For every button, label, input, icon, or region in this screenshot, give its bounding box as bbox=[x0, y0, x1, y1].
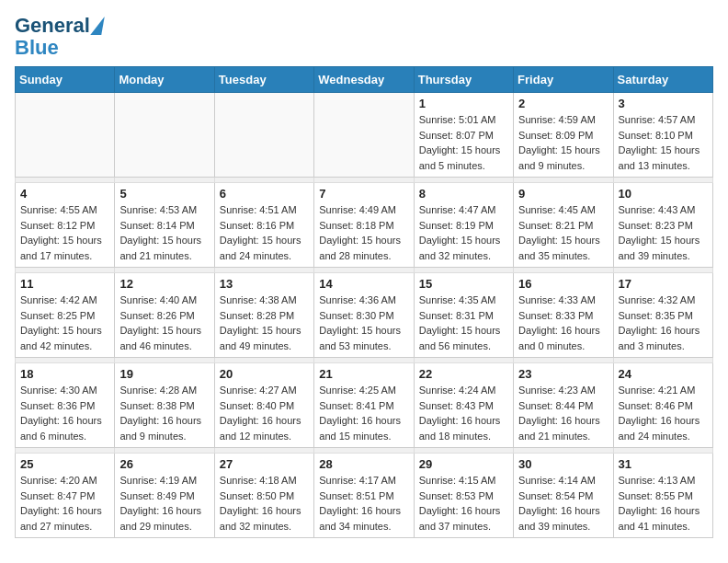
day-number: 19 bbox=[119, 367, 209, 381]
day-number: 29 bbox=[419, 457, 508, 471]
day-info: Sunrise: 4:47 AM Sunset: 8:19 PM Dayligh… bbox=[419, 202, 508, 263]
day-info: Sunrise: 4:23 AM Sunset: 8:44 PM Dayligh… bbox=[518, 383, 608, 443]
day-cell: 21Sunrise: 4:25 AM Sunset: 8:41 PM Dayli… bbox=[314, 363, 414, 448]
day-info: Sunrise: 4:59 AM Sunset: 8:09 PM Dayligh… bbox=[518, 112, 608, 173]
day-cell: 5Sunrise: 4:53 AM Sunset: 8:14 PM Daylig… bbox=[115, 183, 214, 268]
day-cell bbox=[214, 93, 313, 178]
day-info: Sunrise: 4:25 AM Sunset: 8:41 PM Dayligh… bbox=[319, 383, 408, 443]
day-number: 27 bbox=[220, 457, 309, 471]
week-row-3: 11Sunrise: 4:42 AM Sunset: 8:25 PM Dayli… bbox=[16, 273, 713, 358]
day-number: 23 bbox=[518, 367, 608, 381]
day-cell: 24Sunrise: 4:21 AM Sunset: 8:46 PM Dayli… bbox=[613, 363, 712, 448]
day-cell: 18Sunrise: 4:30 AM Sunset: 8:36 PM Dayli… bbox=[16, 363, 115, 448]
day-number: 5 bbox=[119, 187, 209, 201]
day-cell: 13Sunrise: 4:38 AM Sunset: 8:28 PM Dayli… bbox=[214, 273, 313, 358]
day-info: Sunrise: 4:20 AM Sunset: 8:47 PM Dayligh… bbox=[20, 473, 109, 534]
day-number: 15 bbox=[419, 277, 508, 291]
day-number: 18 bbox=[20, 367, 109, 381]
day-info: Sunrise: 4:42 AM Sunset: 8:25 PM Dayligh… bbox=[20, 293, 109, 353]
day-cell: 29Sunrise: 4:15 AM Sunset: 8:53 PM Dayli… bbox=[414, 454, 513, 538]
day-info: Sunrise: 4:30 AM Sunset: 8:36 PM Dayligh… bbox=[20, 383, 109, 443]
day-info: Sunrise: 4:21 AM Sunset: 8:46 PM Dayligh… bbox=[619, 383, 708, 443]
week-row-5: 25Sunrise: 4:20 AM Sunset: 8:47 PM Dayli… bbox=[16, 454, 713, 538]
page-header: General Blue bbox=[15, 15, 713, 59]
day-number: 22 bbox=[419, 367, 508, 381]
day-cell: 8Sunrise: 4:47 AM Sunset: 8:19 PM Daylig… bbox=[414, 183, 513, 268]
day-info: Sunrise: 4:15 AM Sunset: 8:53 PM Dayligh… bbox=[419, 473, 508, 534]
day-number: 8 bbox=[419, 187, 508, 201]
day-info: Sunrise: 4:19 AM Sunset: 8:49 PM Dayligh… bbox=[119, 473, 209, 534]
col-header-monday: Monday bbox=[115, 67, 214, 93]
day-number: 6 bbox=[220, 187, 309, 201]
week-row-4: 18Sunrise: 4:30 AM Sunset: 8:36 PM Dayli… bbox=[16, 363, 713, 448]
logo-text-blue: Blue bbox=[15, 37, 59, 59]
day-info: Sunrise: 4:33 AM Sunset: 8:33 PM Dayligh… bbox=[518, 293, 608, 353]
day-cell: 31Sunrise: 4:13 AM Sunset: 8:55 PM Dayli… bbox=[613, 454, 712, 538]
day-info: Sunrise: 4:28 AM Sunset: 8:38 PM Dayligh… bbox=[119, 383, 209, 443]
day-info: Sunrise: 4:51 AM Sunset: 8:16 PM Dayligh… bbox=[220, 202, 309, 263]
day-info: Sunrise: 4:40 AM Sunset: 8:26 PM Dayligh… bbox=[119, 293, 209, 353]
logo-text-general: General bbox=[15, 15, 90, 37]
day-number: 12 bbox=[119, 277, 209, 291]
day-cell: 26Sunrise: 4:19 AM Sunset: 8:49 PM Dayli… bbox=[115, 454, 214, 538]
day-info: Sunrise: 4:57 AM Sunset: 8:10 PM Dayligh… bbox=[619, 112, 708, 173]
col-header-friday: Friday bbox=[514, 67, 613, 93]
day-cell: 20Sunrise: 4:27 AM Sunset: 8:40 PM Dayli… bbox=[214, 363, 313, 448]
day-number: 13 bbox=[220, 277, 309, 291]
calendar-table: SundayMondayTuesdayWednesdayThursdayFrid… bbox=[15, 66, 713, 538]
day-info: Sunrise: 4:43 AM Sunset: 8:23 PM Dayligh… bbox=[619, 202, 708, 263]
day-cell: 22Sunrise: 4:24 AM Sunset: 8:43 PM Dayli… bbox=[414, 363, 513, 448]
day-info: Sunrise: 4:14 AM Sunset: 8:54 PM Dayligh… bbox=[518, 473, 608, 534]
day-cell: 2Sunrise: 4:59 AM Sunset: 8:09 PM Daylig… bbox=[514, 93, 613, 178]
day-number: 20 bbox=[220, 367, 309, 381]
day-cell bbox=[314, 93, 414, 178]
day-cell: 16Sunrise: 4:33 AM Sunset: 8:33 PM Dayli… bbox=[514, 273, 613, 358]
day-cell: 23Sunrise: 4:23 AM Sunset: 8:44 PM Dayli… bbox=[514, 363, 613, 448]
day-cell bbox=[16, 93, 115, 178]
day-number: 2 bbox=[518, 97, 608, 110]
calendar-header-row: SundayMondayTuesdayWednesdayThursdayFrid… bbox=[16, 67, 713, 93]
day-cell: 6Sunrise: 4:51 AM Sunset: 8:16 PM Daylig… bbox=[214, 183, 313, 268]
week-row-1: 1Sunrise: 5:01 AM Sunset: 8:07 PM Daylig… bbox=[16, 93, 713, 178]
day-info: Sunrise: 4:24 AM Sunset: 8:43 PM Dayligh… bbox=[419, 383, 508, 443]
day-info: Sunrise: 4:35 AM Sunset: 8:31 PM Dayligh… bbox=[419, 293, 508, 353]
day-info: Sunrise: 4:53 AM Sunset: 8:14 PM Dayligh… bbox=[119, 202, 209, 263]
day-number: 7 bbox=[319, 187, 408, 201]
day-cell: 28Sunrise: 4:17 AM Sunset: 8:51 PM Dayli… bbox=[314, 454, 414, 538]
day-cell: 14Sunrise: 4:36 AM Sunset: 8:30 PM Dayli… bbox=[314, 273, 414, 358]
day-number: 21 bbox=[319, 367, 408, 381]
col-header-thursday: Thursday bbox=[414, 67, 513, 93]
day-cell: 25Sunrise: 4:20 AM Sunset: 8:47 PM Dayli… bbox=[16, 454, 115, 538]
day-cell: 12Sunrise: 4:40 AM Sunset: 8:26 PM Dayli… bbox=[115, 273, 214, 358]
day-info: Sunrise: 4:32 AM Sunset: 8:35 PM Dayligh… bbox=[619, 293, 708, 353]
day-cell: 9Sunrise: 4:45 AM Sunset: 8:21 PM Daylig… bbox=[514, 183, 613, 268]
day-info: Sunrise: 4:13 AM Sunset: 8:55 PM Dayligh… bbox=[619, 473, 708, 534]
col-header-tuesday: Tuesday bbox=[214, 67, 313, 93]
day-number: 11 bbox=[20, 277, 109, 291]
day-number: 14 bbox=[319, 277, 408, 291]
col-header-saturday: Saturday bbox=[613, 67, 712, 93]
day-info: Sunrise: 4:55 AM Sunset: 8:12 PM Dayligh… bbox=[20, 202, 109, 263]
day-info: Sunrise: 5:01 AM Sunset: 8:07 PM Dayligh… bbox=[419, 112, 508, 173]
day-number: 16 bbox=[518, 277, 608, 291]
day-cell: 1Sunrise: 5:01 AM Sunset: 8:07 PM Daylig… bbox=[414, 93, 513, 178]
day-number: 28 bbox=[319, 457, 408, 471]
day-number: 24 bbox=[619, 367, 708, 381]
day-number: 9 bbox=[518, 187, 608, 201]
col-header-wednesday: Wednesday bbox=[314, 67, 414, 93]
day-number: 25 bbox=[20, 457, 109, 471]
day-info: Sunrise: 4:45 AM Sunset: 8:21 PM Dayligh… bbox=[518, 202, 608, 263]
day-cell: 4Sunrise: 4:55 AM Sunset: 8:12 PM Daylig… bbox=[16, 183, 115, 268]
day-number: 10 bbox=[619, 187, 708, 201]
day-cell: 7Sunrise: 4:49 AM Sunset: 8:18 PM Daylig… bbox=[314, 183, 414, 268]
col-header-sunday: Sunday bbox=[16, 67, 115, 93]
day-info: Sunrise: 4:17 AM Sunset: 8:51 PM Dayligh… bbox=[319, 473, 408, 534]
day-info: Sunrise: 4:36 AM Sunset: 8:30 PM Dayligh… bbox=[319, 293, 408, 353]
day-cell: 19Sunrise: 4:28 AM Sunset: 8:38 PM Dayli… bbox=[115, 363, 214, 448]
day-cell bbox=[115, 93, 214, 178]
day-number: 31 bbox=[619, 457, 708, 471]
day-number: 26 bbox=[119, 457, 209, 471]
day-cell: 15Sunrise: 4:35 AM Sunset: 8:31 PM Dayli… bbox=[414, 273, 513, 358]
day-number: 30 bbox=[518, 457, 608, 471]
day-cell: 11Sunrise: 4:42 AM Sunset: 8:25 PM Dayli… bbox=[16, 273, 115, 358]
